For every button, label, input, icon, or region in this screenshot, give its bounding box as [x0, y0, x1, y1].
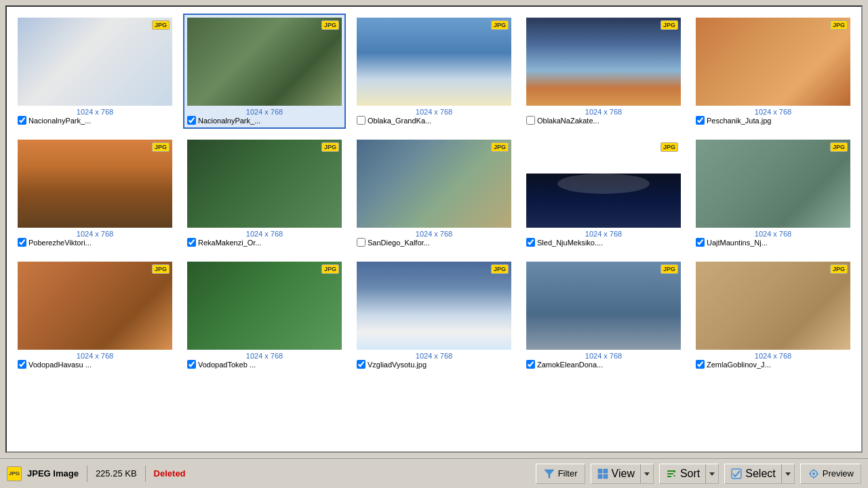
thumb-label-row: SanDiego_Kalfor...	[357, 238, 511, 247]
svg-rect-2	[604, 469, 608, 473]
thumb-dims: 1024 x 768	[755, 108, 791, 116]
thumb-label-row: UajtMauntins_Nj...	[696, 238, 850, 247]
preview-button[interactable]: Preview	[800, 464, 861, 484]
thumb-checkbox[interactable]	[18, 116, 26, 125]
preview-icon	[808, 468, 820, 480]
thumb-label-row: VzgliadVysotu.jpg	[357, 360, 511, 369]
view-dropdown[interactable]: View	[591, 464, 654, 484]
thumb-name: VodopadHavasu ...	[28, 361, 92, 369]
thumbnail-item-1[interactable]: JPG 1024 x 768 NacionalnyPark_...	[14, 14, 176, 129]
thumb-checkbox[interactable]	[696, 238, 705, 247]
thumb-wrapper: JPG	[357, 18, 511, 106]
view-icon	[597, 468, 609, 480]
thumb-label-row: Sled_NjuMeksiko....	[526, 238, 681, 247]
thumb-image	[18, 262, 172, 350]
jpg-badge: JPG	[491, 264, 509, 274]
separator-1	[87, 466, 87, 482]
thumb-checkbox[interactable]	[526, 238, 535, 247]
jpg-badge: JPG	[152, 264, 170, 274]
thumbnail-item-14[interactable]: JPG 1024 x 768 ZamokEleanDona...	[522, 258, 685, 373]
thumb-checkbox[interactable]	[526, 116, 535, 125]
thumb-label-row: VodopadHavasu ...	[18, 360, 172, 369]
svg-marker-13	[785, 472, 791, 476]
select-dropdown[interactable]: Select	[724, 464, 794, 484]
thumb-label-row: RekaMakenzi_Or...	[187, 238, 342, 247]
thumb-image	[696, 262, 850, 350]
thumb-dims: 1024 x 768	[416, 108, 452, 116]
thumbnail-item-4[interactable]: JPG 1024 x 768 OblakaNaZakate...	[522, 14, 685, 129]
filter-button[interactable]: Filter	[536, 464, 585, 484]
sort-dropdown[interactable]: Sort	[659, 464, 719, 484]
thumb-dims: 1024 x 768	[755, 230, 791, 238]
thumb-checkbox[interactable]	[696, 360, 705, 369]
thumb-checkbox[interactable]	[357, 116, 366, 125]
thumbnail-item-9[interactable]: JPG 1024 x 768 Sled_NjuMeksiko....	[522, 136, 685, 251]
thumbnail-item-15[interactable]: JPG 1024 x 768 ZemlaGoblinov_J...	[692, 258, 854, 373]
svg-rect-4	[604, 474, 608, 479]
thumb-image	[526, 18, 681, 106]
jpg-badge: JPG	[660, 142, 678, 152]
select-button[interactable]: Select	[725, 464, 781, 483]
thumb-dims: 1024 x 768	[755, 352, 791, 360]
status-bar: JPG JPEG Image 225.25 KB Deleted Filter …	[0, 458, 868, 488]
thumb-wrapper: JPG	[526, 262, 681, 350]
select-dropdown-arrow[interactable]	[782, 464, 794, 483]
svg-marker-5	[644, 472, 650, 476]
svg-rect-1	[598, 469, 602, 473]
thumb-checkbox[interactable]	[526, 360, 535, 369]
thumb-name: Oblaka_GrandKa...	[368, 117, 431, 125]
thumbnail-item-8[interactable]: JPG 1024 x 768 SanDiego_Kalfor...	[353, 136, 515, 251]
thumb-label-row: ZemlaGoblinov_J...	[696, 360, 850, 369]
thumb-label-row: Peschanik_Juta.jpg	[696, 116, 850, 125]
view-button[interactable]: View	[591, 464, 641, 483]
thumbnail-item-11[interactable]: JPG 1024 x 768 VodopadHavasu ...	[14, 258, 176, 373]
thumb-name: RekaMakenzi_Or...	[198, 239, 262, 247]
jpg-badge: JPG	[321, 264, 339, 274]
thumb-image	[357, 140, 511, 228]
thumb-checkbox[interactable]	[18, 360, 26, 369]
jpg-badge: JPG	[152, 20, 170, 30]
thumbnail-item-7[interactable]: JPG 1024 x 768 RekaMakenzi_Or...	[183, 136, 346, 251]
thumb-label-row: Oblaka_GrandKa...	[357, 116, 511, 125]
thumbnail-item-12[interactable]: JPG 1024 x 768 VodopadTokeb ...	[183, 258, 346, 373]
thumb-name: SanDiego_Kalfor...	[368, 239, 430, 247]
thumb-checkbox[interactable]	[187, 238, 196, 247]
thumb-checkbox[interactable]	[187, 360, 196, 369]
thumbnail-item-6[interactable]: JPG 1024 x 768 PoberezheViktori...	[14, 136, 176, 251]
thumbnail-item-3[interactable]: JPG 1024 x 768 Oblaka_GrandKa...	[353, 14, 515, 129]
view-dropdown-arrow[interactable]	[641, 464, 653, 483]
thumb-checkbox[interactable]	[696, 116, 705, 125]
thumb-checkbox[interactable]	[357, 360, 366, 369]
thumb-image	[526, 262, 681, 350]
sort-icon	[665, 468, 677, 480]
separator-2	[145, 466, 146, 482]
thumb-label-row: OblakaNaZakate...	[526, 116, 681, 125]
file-type-label: JPEG Image	[27, 468, 79, 479]
thumb-checkbox[interactable]	[18, 238, 26, 247]
svg-rect-3	[598, 474, 602, 479]
thumb-name: OblakaNaZakate...	[537, 117, 599, 125]
thumb-dims: 1024 x 768	[77, 230, 113, 238]
thumb-image	[187, 140, 342, 228]
thumbnail-item-10[interactable]: JPG 1024 x 768 UajtMauntins_Nj...	[692, 136, 854, 251]
thumb-wrapper: JPG	[18, 140, 172, 228]
sort-button[interactable]: Sort	[660, 464, 706, 483]
thumb-wrapper: JPG	[526, 18, 681, 106]
thumb-label-row: NacionalnyPark_...	[18, 116, 172, 125]
thumb-image	[696, 18, 850, 106]
thumbnail-item-5[interactable]: JPG 1024 x 768 Peschanik_Juta.jpg	[692, 14, 854, 129]
jpg-badge: JPG	[830, 20, 848, 30]
svg-point-15	[812, 472, 815, 475]
thumbnail-item-2[interactable]: JPG 1024 x 768 NacionalnyPark_...	[183, 14, 346, 129]
file-type-icon: JPG	[7, 466, 22, 481]
sort-dropdown-arrow[interactable]	[706, 464, 718, 483]
jpg-badge: JPG	[491, 20, 509, 30]
thumb-checkbox[interactable]	[187, 116, 196, 125]
thumb-label-row: ZamokEleanDona...	[526, 360, 681, 369]
thumbnail-grid[interactable]: JPG 1024 x 768 NacionalnyPark_... JPG 10…	[7, 7, 861, 451]
thumb-dims: 1024 x 768	[585, 108, 622, 116]
thumb-checkbox[interactable]	[357, 238, 366, 247]
thumbnail-item-13[interactable]: JPG 1024 x 768 VzgliadVysotu.jpg	[353, 258, 515, 373]
thumb-name: Sled_NjuMeksiko....	[537, 239, 603, 247]
thumb-dims: 1024 x 768	[77, 352, 113, 360]
